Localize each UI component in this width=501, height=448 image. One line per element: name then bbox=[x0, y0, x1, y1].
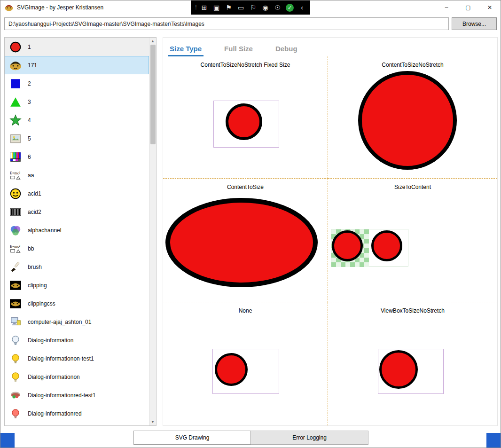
list-item[interactable]: 5 bbox=[5, 129, 149, 148]
list-item[interactable]: brush bbox=[5, 258, 149, 276]
preview-grid: ContentToSizeNoStretch Fixed Size Conten… bbox=[163, 56, 497, 425]
bulb-yellow-icon bbox=[9, 371, 22, 383]
list-item-label: 4 bbox=[28, 117, 31, 124]
tab-full-size[interactable]: Full Size bbox=[222, 42, 255, 56]
formula-icon: E=mc² bbox=[9, 243, 22, 255]
svg-frame bbox=[331, 229, 408, 267]
list-item[interactable]: Dialog-informationred-test1 bbox=[5, 386, 149, 404]
red-circle-shape bbox=[226, 103, 262, 140]
list-item-label: 1 bbox=[28, 44, 31, 50]
list-item[interactable]: clippingcss bbox=[5, 294, 149, 313]
region-capture-icon[interactable]: ⊞ bbox=[198, 0, 210, 15]
titlebar: SVGImage - by Jesper Kristiansen ⁞⊞▣⚑▭⚐◉… bbox=[0, 0, 501, 15]
list-item-label: Dialog-informationred-test1 bbox=[28, 392, 96, 399]
tiger-dark-icon bbox=[9, 279, 22, 291]
panel-title: None bbox=[163, 302, 328, 314]
list-item[interactable]: 1 bbox=[5, 38, 149, 56]
brush-icon bbox=[9, 261, 22, 273]
panel-title: SizeToContent bbox=[328, 179, 497, 190]
list-item[interactable]: E=mc²aa bbox=[5, 166, 149, 184]
scrollbar-thumb[interactable] bbox=[150, 45, 156, 144]
list-item-label: alphachannel bbox=[28, 227, 61, 234]
confirm-icon[interactable]: ✓ bbox=[284, 0, 296, 15]
red-circle-shape bbox=[379, 350, 418, 389]
list-item-label: 3 bbox=[28, 99, 31, 105]
minimize-button[interactable]: – bbox=[436, 0, 457, 15]
svg-text:E=mc²: E=mc² bbox=[10, 244, 20, 248]
red-ellipse-shape bbox=[165, 198, 318, 287]
red-circle-shape bbox=[358, 71, 457, 170]
panel-content-to-size-no-stretch-fixed: ContentToSizeNoStretch Fixed Size bbox=[163, 56, 328, 179]
photo-icon bbox=[9, 133, 22, 145]
path-input[interactable] bbox=[4, 17, 449, 30]
scroll-up-button[interactable]: ▲ bbox=[149, 38, 157, 45]
list-item[interactable]: 3 bbox=[5, 93, 149, 111]
desktop-corner-left bbox=[0, 433, 15, 448]
formula-icon: E=mc² bbox=[9, 169, 22, 181]
list-item[interactable]: clipping bbox=[5, 276, 149, 294]
red-circle-icon bbox=[9, 41, 22, 53]
tab-debug[interactable]: Debug bbox=[274, 42, 299, 56]
list-item-label: Dialog-informationon-test1 bbox=[28, 355, 94, 362]
flag-icon[interactable]: ⚑ bbox=[223, 0, 235, 15]
list-item[interactable]: 6 bbox=[5, 148, 149, 166]
green-star-icon bbox=[9, 114, 22, 126]
computer-icon bbox=[9, 316, 22, 328]
bulb-red-green-icon bbox=[9, 389, 22, 401]
panel-content-to-size: ContentToSize bbox=[163, 179, 328, 302]
desktop-corner-right bbox=[486, 433, 501, 448]
bottom-tab-error-logging[interactable]: Error Logging bbox=[251, 431, 368, 445]
venn-icon bbox=[9, 224, 22, 236]
bottom-tab-bar: SVG DrawingError Logging bbox=[133, 431, 368, 445]
list-item-label: computer-ajaj_ashton_01 bbox=[28, 319, 91, 325]
flag-rect-icon[interactable]: ⚐ bbox=[247, 0, 259, 15]
panel-title: ContentToSize bbox=[163, 179, 328, 190]
list-item-label: brush bbox=[28, 264, 42, 270]
green-triangle-icon bbox=[9, 96, 22, 108]
address-bar: Browse... bbox=[0, 16, 501, 32]
close-button[interactable]: ✕ bbox=[479, 0, 501, 15]
list-item-label: Dialog-informationon bbox=[28, 374, 80, 380]
bulb-gray-icon bbox=[9, 334, 22, 346]
scrollbar[interactable]: ▲ ▼ bbox=[149, 38, 156, 425]
list-item[interactable]: 171 bbox=[5, 56, 149, 74]
list-item[interactable]: Dialog-informationon bbox=[5, 368, 149, 386]
capture-toolbar: ⁞⊞▣⚑▭⚐◉☉✓‹ bbox=[191, 0, 310, 15]
rect-select-icon[interactable]: ▭ bbox=[235, 0, 247, 15]
panel-title: ViewBoxToSizeNoStretch bbox=[328, 302, 497, 314]
list-item[interactable]: Dialog-informationon-test1 bbox=[5, 349, 149, 368]
panel-size-to-content: SizeToContent bbox=[328, 179, 497, 302]
scroll-down-button[interactable]: ▼ bbox=[149, 418, 157, 425]
bottom-tab-svg-drawing[interactable]: SVG Drawing bbox=[133, 431, 251, 445]
list-item[interactable]: 4 bbox=[5, 111, 149, 129]
list-item[interactable]: acid1 bbox=[5, 184, 149, 203]
list-item-label: clipping bbox=[28, 282, 47, 289]
barcode-icon bbox=[9, 206, 22, 218]
panel-none: None bbox=[163, 302, 328, 425]
user-icon[interactable]: ☉ bbox=[272, 0, 283, 15]
list-item[interactable]: Dialog-informationred bbox=[5, 404, 149, 423]
file-list-panel: 117123456E=mc²aaacid1acid2alphachannelE=… bbox=[4, 37, 157, 426]
list-item-label: Dialog-informationred bbox=[28, 410, 82, 417]
tiger-icon bbox=[9, 59, 22, 71]
list-item-label: 5 bbox=[28, 135, 31, 142]
grip-icon: ⁞ bbox=[193, 0, 198, 15]
blue-square-icon bbox=[9, 78, 22, 90]
red-circle-shape bbox=[332, 230, 363, 261]
list-item-label: aa bbox=[28, 172, 34, 179]
tab-size-type[interactable]: Size Type bbox=[168, 42, 204, 56]
list-item[interactable]: alphachannel bbox=[5, 221, 149, 239]
list-item[interactable]: 2 bbox=[5, 74, 149, 93]
list-item[interactable]: computer-ajaj_ashton_01 bbox=[5, 313, 149, 331]
list-item-label: 6 bbox=[28, 154, 31, 160]
audio-icon[interactable]: ◉ bbox=[259, 0, 271, 15]
bulb-red-icon bbox=[9, 408, 22, 420]
list-item[interactable]: Dialog-information bbox=[5, 331, 149, 349]
chevron-left-icon[interactable]: ‹ bbox=[296, 0, 308, 15]
list-item[interactable]: E=mc²bb bbox=[5, 239, 149, 258]
maximize-button[interactable]: ▢ bbox=[457, 0, 479, 15]
browse-button[interactable]: Browse... bbox=[452, 17, 497, 30]
monitor-capture-icon[interactable]: ▣ bbox=[211, 0, 222, 15]
tiger-dark-icon bbox=[9, 298, 22, 310]
list-item[interactable]: acid2 bbox=[5, 203, 149, 221]
